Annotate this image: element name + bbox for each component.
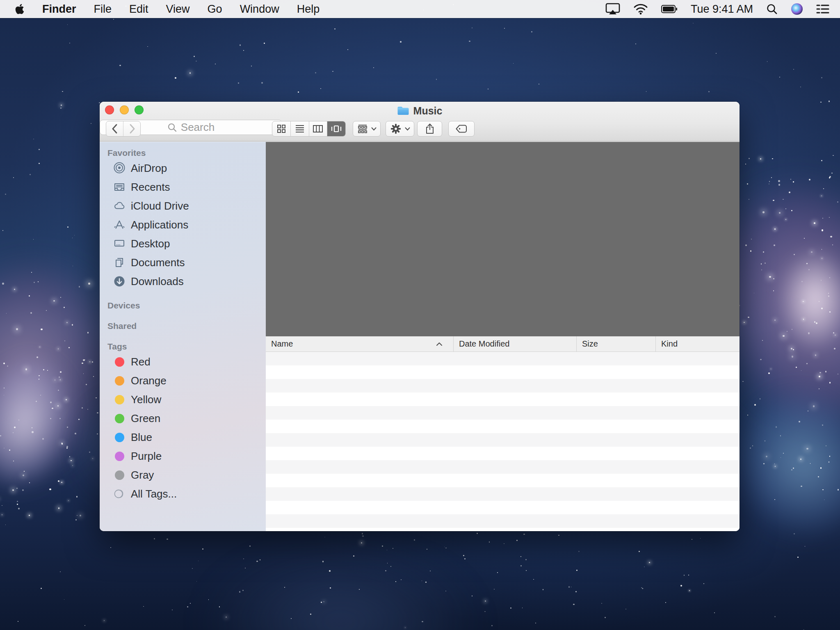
view-mode-switcher bbox=[272, 121, 346, 137]
documents-icon bbox=[113, 256, 126, 269]
sidebar-item-label: Gray bbox=[131, 469, 154, 482]
sidebar-item-label: Purple bbox=[131, 450, 162, 463]
sidebar-item-label: Green bbox=[131, 412, 160, 425]
toolbar: Search bbox=[100, 120, 740, 139]
sidebar-item-applications[interactable]: Applications bbox=[100, 215, 266, 234]
file-list-empty bbox=[266, 352, 740, 531]
folder-proxy-icon[interactable] bbox=[397, 106, 409, 116]
sidebar-item-label: Applications bbox=[131, 219, 188, 231]
desktop-icon bbox=[113, 237, 126, 250]
gallery-view-button[interactable] bbox=[327, 121, 345, 136]
sidebar-item-tag-gray[interactable]: Gray bbox=[100, 466, 266, 484]
column-label: Name bbox=[271, 339, 293, 349]
sidebar-section-tags: Tags Red Orange Yellow Green Blue bbox=[100, 340, 266, 503]
menu-help[interactable]: Help bbox=[297, 3, 320, 16]
chevron-down-icon bbox=[371, 127, 377, 131]
sidebar-item-label: Desktop bbox=[131, 237, 170, 250]
chevron-down-icon bbox=[405, 127, 410, 131]
tag-orange-icon bbox=[113, 374, 126, 387]
sidebar-item-label: Yellow bbox=[131, 393, 161, 406]
content-area: Name Date Modified Size Kind bbox=[266, 142, 740, 531]
section-header-devices: Devices bbox=[100, 299, 266, 311]
section-header-tags: Tags bbox=[100, 340, 266, 352]
page-title: Music bbox=[413, 105, 443, 117]
sidebar: Favorites AirDrop Recents iCloud Drive bbox=[100, 142, 266, 531]
column-header-date-modified[interactable]: Date Modified bbox=[453, 336, 576, 352]
menu-file[interactable]: File bbox=[94, 3, 112, 16]
sidebar-item-label: Red bbox=[131, 356, 151, 368]
sidebar-item-label: Documents bbox=[131, 256, 185, 269]
all-tags-icon bbox=[113, 488, 126, 500]
column-header-size[interactable]: Size bbox=[576, 336, 655, 352]
sidebar-item-icloud-drive[interactable]: iCloud Drive bbox=[100, 196, 266, 215]
search-placeholder: Search bbox=[181, 121, 215, 134]
column-view-button[interactable] bbox=[309, 121, 327, 136]
section-header-shared: Shared bbox=[100, 320, 266, 332]
group-by-button[interactable] bbox=[353, 121, 381, 137]
spotlight-icon[interactable] bbox=[766, 3, 778, 15]
tag-red-icon bbox=[113, 356, 126, 368]
tag-purple-icon bbox=[113, 450, 126, 462]
column-label: Size bbox=[582, 339, 598, 349]
gallery-preview-area bbox=[266, 142, 740, 336]
sidebar-section-favorites: Favorites AirDrop Recents iCloud Drive bbox=[100, 147, 266, 291]
list-view-button[interactable] bbox=[290, 121, 309, 136]
tag-button[interactable] bbox=[448, 121, 475, 137]
action-menu-button[interactable] bbox=[386, 121, 414, 137]
sidebar-item-label: All Tags... bbox=[131, 488, 177, 500]
sidebar-item-tag-blue[interactable]: Blue bbox=[100, 428, 266, 447]
tag-gray-icon bbox=[113, 469, 126, 481]
menu-bar: Finder File Edit View Go Window Help Tue… bbox=[0, 0, 840, 18]
menu-edit[interactable]: Edit bbox=[129, 3, 148, 16]
sidebar-item-desktop[interactable]: Desktop bbox=[100, 234, 266, 253]
battery-icon[interactable] bbox=[661, 5, 678, 13]
column-header-name[interactable]: Name bbox=[266, 336, 453, 352]
sidebar-item-all-tags[interactable]: All Tags... bbox=[100, 484, 266, 503]
icon-view-button[interactable] bbox=[272, 121, 290, 136]
menu-finder[interactable]: Finder bbox=[42, 3, 76, 16]
notification-center-icon[interactable] bbox=[816, 4, 829, 14]
window-title: Music bbox=[100, 104, 740, 118]
menu-view[interactable]: View bbox=[166, 3, 190, 16]
forward-button[interactable] bbox=[123, 121, 140, 136]
sidebar-item-tag-purple[interactable]: Purple bbox=[100, 447, 266, 466]
sidebar-item-tag-green[interactable]: Green bbox=[100, 409, 266, 428]
recents-icon bbox=[113, 181, 126, 193]
sidebar-item-label: Orange bbox=[131, 374, 167, 387]
list-column-headers: Name Date Modified Size Kind bbox=[266, 336, 740, 352]
sidebar-section-devices: Devices bbox=[100, 299, 266, 311]
sidebar-item-recents[interactable]: Recents bbox=[100, 178, 266, 196]
sidebar-item-airdrop[interactable]: AirDrop bbox=[100, 159, 266, 178]
search-icon bbox=[167, 123, 177, 132]
menu-clock[interactable]: Tue 9:41 AM bbox=[691, 3, 753, 16]
share-button[interactable] bbox=[417, 121, 442, 137]
tag-yellow-icon bbox=[113, 393, 126, 406]
menu-go[interactable]: Go bbox=[208, 3, 222, 16]
sidebar-item-tag-red[interactable]: Red bbox=[100, 352, 266, 371]
wifi-icon[interactable] bbox=[633, 3, 648, 15]
sidebar-item-tag-orange[interactable]: Orange bbox=[100, 371, 266, 390]
sidebar-item-tag-yellow[interactable]: Yellow bbox=[100, 390, 266, 409]
airdrop-icon bbox=[113, 162, 126, 174]
menu-window[interactable]: Window bbox=[240, 3, 279, 16]
sidebar-item-label: Recents bbox=[131, 181, 170, 194]
sidebar-item-label: Blue bbox=[131, 431, 152, 444]
icloud-icon bbox=[113, 200, 126, 212]
tag-blue-icon bbox=[113, 431, 126, 443]
airplay-icon[interactable] bbox=[605, 3, 620, 15]
tag-green-icon bbox=[113, 412, 126, 425]
sidebar-item-documents[interactable]: Documents bbox=[100, 253, 266, 272]
title-bar[interactable]: Music bbox=[100, 102, 740, 142]
downloads-icon bbox=[113, 275, 126, 288]
sidebar-item-label: iCloud Drive bbox=[131, 200, 189, 212]
back-button[interactable] bbox=[106, 121, 123, 136]
siri-icon[interactable] bbox=[791, 3, 803, 15]
apple-menu-icon[interactable] bbox=[15, 3, 25, 15]
sidebar-item-downloads[interactable]: Downloads bbox=[100, 272, 266, 291]
applications-icon bbox=[113, 219, 126, 231]
finder-window: Music bbox=[100, 102, 740, 531]
nav-buttons bbox=[106, 121, 141, 137]
column-header-kind[interactable]: Kind bbox=[655, 336, 740, 352]
sidebar-item-label: Downloads bbox=[131, 275, 184, 288]
column-label: Kind bbox=[661, 339, 678, 349]
